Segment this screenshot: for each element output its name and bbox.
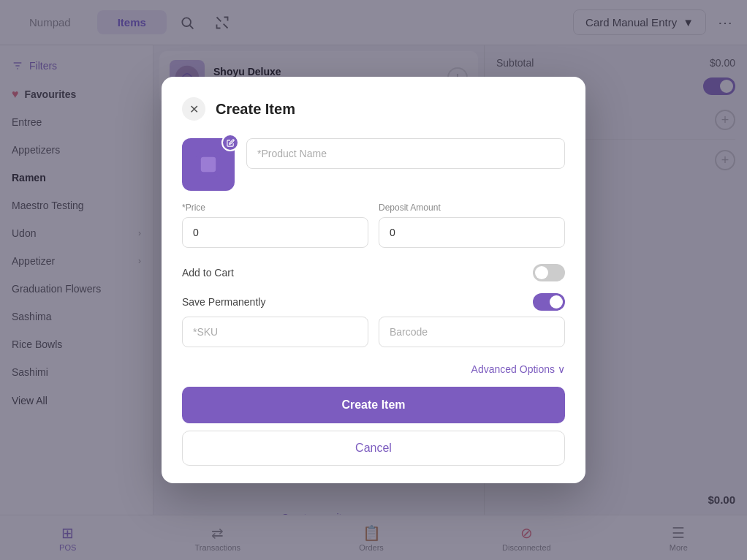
add-to-cart-row: Add to Cart xyxy=(182,258,565,287)
product-name-field xyxy=(246,138,565,169)
sku-input[interactable] xyxy=(182,317,368,347)
deposit-field: Deposit Amount xyxy=(379,203,565,248)
cancel-button[interactable]: Cancel xyxy=(182,431,565,466)
sku-barcode-row xyxy=(182,317,565,347)
modal-image-section xyxy=(182,138,565,191)
deposit-input[interactable] xyxy=(379,217,565,248)
image-edit-badge[interactable] xyxy=(221,134,239,151)
barcode-input[interactable] xyxy=(379,317,565,347)
modal-header: ✕ Create Item xyxy=(182,97,565,121)
chevron-down-icon: ∨ xyxy=(558,363,565,375)
barcode-field xyxy=(379,317,565,347)
create-item-button[interactable]: Create Item xyxy=(182,387,565,423)
product-name-input[interactable] xyxy=(246,138,565,169)
modal-overlay: ✕ Create Item *Price xyxy=(0,0,747,560)
price-label: *Price xyxy=(182,203,368,213)
add-to-cart-label: Add to Cart xyxy=(182,267,234,279)
price-field: *Price xyxy=(182,203,368,248)
price-input[interactable] xyxy=(182,217,368,248)
svg-rect-9 xyxy=(201,157,216,172)
create-item-modal: ✕ Create Item *Price xyxy=(162,77,585,483)
deposit-label: Deposit Amount xyxy=(379,203,565,213)
modal-title: Create Item xyxy=(216,101,295,118)
modal-close-button[interactable]: ✕ xyxy=(182,97,205,121)
advanced-options-link[interactable]: Advanced Options ∨ xyxy=(182,357,565,387)
add-to-cart-toggle[interactable] xyxy=(533,264,565,281)
price-deposit-row: *Price Deposit Amount xyxy=(182,203,565,248)
save-permanently-toggle[interactable] xyxy=(533,293,565,311)
save-permanently-label: Save Permanently xyxy=(182,296,265,308)
save-permanently-row: Save Permanently xyxy=(182,287,565,317)
sku-field xyxy=(182,317,368,347)
image-placeholder[interactable] xyxy=(182,138,235,191)
